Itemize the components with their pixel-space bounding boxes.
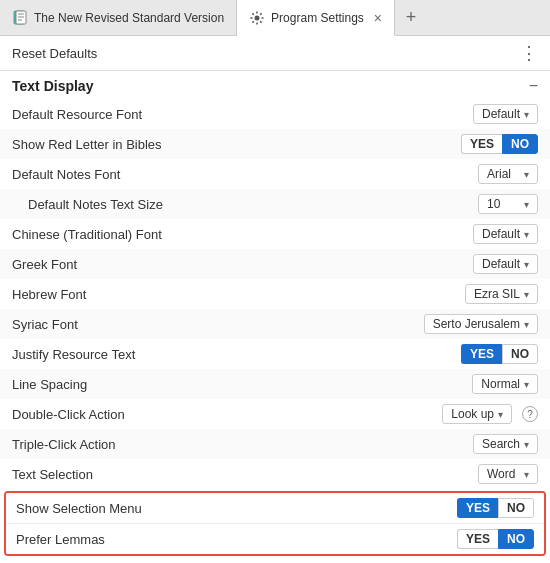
setting-row-line-spacing: Line Spacing Normal ▾ xyxy=(0,369,550,399)
setting-row-chinese-font: Chinese (Traditional) Font Default ▾ xyxy=(0,219,550,249)
gear-icon xyxy=(249,10,265,26)
setting-row-double-click: Double-Click Action Look up ▾ ? xyxy=(0,399,550,429)
toggle-prefer-lemmas: YES NO xyxy=(457,529,534,549)
chevron-icon: ▾ xyxy=(524,229,529,240)
tab-settings-label: Program Settings xyxy=(271,11,364,25)
chevron-icon: ▾ xyxy=(524,319,529,330)
help-icon-double-click[interactable]: ? xyxy=(522,406,538,422)
dropdown-chinese-font[interactable]: Default ▾ xyxy=(473,224,538,244)
dropdown-default-notes-font[interactable]: Arial ▾ xyxy=(478,164,538,184)
tab-bible[interactable]: The New Revised Standard Version xyxy=(0,0,237,36)
label-greek-font: Greek Font xyxy=(12,257,77,272)
chevron-icon: ▾ xyxy=(524,259,529,270)
label-text-selection: Text Selection xyxy=(12,467,93,482)
settings-list: Default Resource Font Default ▾ Show Red… xyxy=(0,99,550,489)
setting-row-default-notes-text-size: Default Notes Text Size 10 ▾ xyxy=(0,189,550,219)
tab-settings[interactable]: Program Settings × xyxy=(237,0,395,36)
dropdown-default-resource-font[interactable]: Default ▾ xyxy=(473,104,538,124)
setting-row-show-red-letter: Show Red Letter in Bibles YES NO xyxy=(0,129,550,159)
tab-bar: The New Revised Standard Version Program… xyxy=(0,0,550,36)
label-hebrew-font: Hebrew Font xyxy=(12,287,86,302)
double-click-control: Look up ▾ ? xyxy=(442,404,538,424)
setting-row-text-selection: Text Selection Word ▾ xyxy=(0,459,550,489)
toggle-no-justify-resource[interactable]: NO xyxy=(502,344,538,364)
chevron-icon: ▾ xyxy=(524,439,529,450)
toolbar: Reset Defaults ⋮ xyxy=(0,36,550,71)
chevron-icon: ▾ xyxy=(498,409,503,420)
setting-row-greek-font: Greek Font Default ▾ xyxy=(0,249,550,279)
setting-row-syriac-font: Syriac Font Serto Jerusalem ▾ xyxy=(0,309,550,339)
toggle-no-show-red-letter[interactable]: NO xyxy=(502,134,538,154)
chevron-icon: ▾ xyxy=(524,109,529,120)
setting-row-triple-click: Triple-Click Action Search ▾ xyxy=(0,429,550,459)
label-syriac-font: Syriac Font xyxy=(12,317,78,332)
chevron-icon: ▾ xyxy=(524,199,529,210)
label-line-spacing: Line Spacing xyxy=(12,377,87,392)
dropdown-hebrew-font[interactable]: Ezra SIL ▾ xyxy=(465,284,538,304)
dropdown-default-notes-text-size[interactable]: 10 ▾ xyxy=(478,194,538,214)
setting-row-justify-resource: Justify Resource Text YES NO xyxy=(0,339,550,369)
reset-defaults-button[interactable]: Reset Defaults xyxy=(12,46,97,61)
toolbar-left: Reset Defaults xyxy=(12,46,97,61)
toggle-no-prefer-lemmas[interactable]: NO xyxy=(498,529,534,549)
label-default-notes-font: Default Notes Font xyxy=(12,167,120,182)
dropdown-text-selection[interactable]: Word ▾ xyxy=(478,464,538,484)
dropdown-greek-font[interactable]: Default ▾ xyxy=(473,254,538,274)
toggle-show-selection-menu: YES NO xyxy=(457,498,534,518)
svg-point-5 xyxy=(255,15,260,20)
toggle-yes-show-selection-menu[interactable]: YES xyxy=(457,498,498,518)
setting-row-default-resource-font: Default Resource Font Default ▾ xyxy=(0,99,550,129)
tab-add-button[interactable]: + xyxy=(395,0,427,36)
label-justify-resource: Justify Resource Text xyxy=(12,347,135,362)
tab-bible-label: The New Revised Standard Version xyxy=(34,11,224,25)
label-chinese-font: Chinese (Traditional) Font xyxy=(12,227,162,242)
label-show-red-letter: Show Red Letter in Bibles xyxy=(12,137,162,152)
setting-row-default-notes-font: Default Notes Font Arial ▾ xyxy=(0,159,550,189)
section-title: Text Display xyxy=(12,78,93,94)
highlighted-section: Show Selection Menu YES NO Prefer Lemmas… xyxy=(4,491,546,556)
label-prefer-lemmas: Prefer Lemmas xyxy=(16,532,105,547)
toggle-yes-show-red-letter[interactable]: YES xyxy=(461,134,502,154)
toggle-yes-justify-resource[interactable]: YES xyxy=(461,344,502,364)
label-triple-click: Triple-Click Action xyxy=(12,437,116,452)
section-header: Text Display − xyxy=(0,71,550,99)
dropdown-line-spacing[interactable]: Normal ▾ xyxy=(472,374,538,394)
more-options-button[interactable]: ⋮ xyxy=(520,42,538,64)
section-collapse-button[interactable]: − xyxy=(529,77,538,95)
setting-row-show-selection-menu: Show Selection Menu YES NO xyxy=(6,493,544,524)
setting-row-prefer-lemmas: Prefer Lemmas YES NO xyxy=(6,524,544,554)
toggle-no-show-selection-menu[interactable]: NO xyxy=(498,498,534,518)
label-default-resource-font: Default Resource Font xyxy=(12,107,142,122)
dropdown-double-click[interactable]: Look up ▾ xyxy=(442,404,512,424)
toggle-yes-prefer-lemmas[interactable]: YES xyxy=(457,529,498,549)
setting-row-hebrew-font: Hebrew Font Ezra SIL ▾ xyxy=(0,279,550,309)
label-default-notes-text-size: Default Notes Text Size xyxy=(12,197,163,212)
chevron-icon: ▾ xyxy=(524,289,529,300)
tab-close-button[interactable]: × xyxy=(374,10,382,26)
chevron-icon: ▾ xyxy=(524,379,529,390)
dropdown-syriac-font[interactable]: Serto Jerusalem ▾ xyxy=(424,314,538,334)
book-icon xyxy=(12,10,28,26)
toggle-justify-resource: YES NO xyxy=(461,344,538,364)
chevron-icon: ▾ xyxy=(524,169,529,180)
dropdown-triple-click[interactable]: Search ▾ xyxy=(473,434,538,454)
label-double-click: Double-Click Action xyxy=(12,407,125,422)
label-show-selection-menu: Show Selection Menu xyxy=(16,501,142,516)
toggle-show-red-letter: YES NO xyxy=(461,134,538,154)
chevron-icon: ▾ xyxy=(524,469,529,480)
